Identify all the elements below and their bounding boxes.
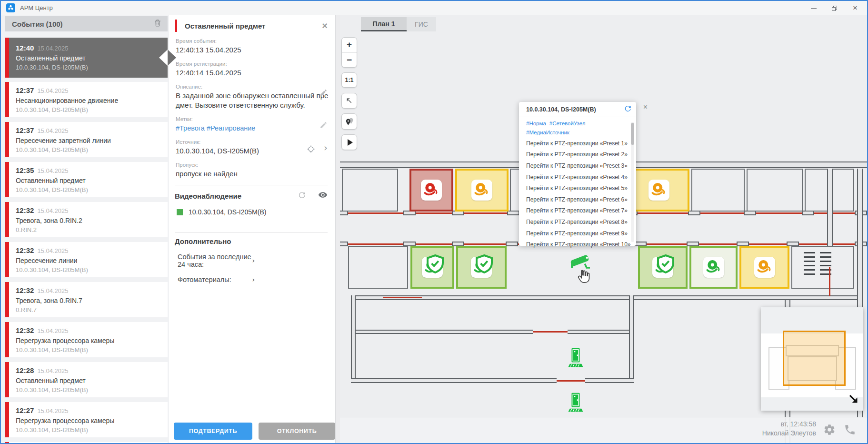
tag-link[interactable]: #СетевойУзел	[549, 121, 586, 126]
event-card[interactable]: 12:3215.04.2025 Пересечение линии 10.0.3…	[5, 242, 168, 277]
zoom-control-group: + −	[341, 37, 357, 68]
ptz-preset-item[interactable]: Перейти к PTZ-препозиции «Preset 2»	[519, 149, 636, 161]
pencil-icon[interactable]	[319, 89, 328, 99]
event-card[interactable]: 12:3715.04.2025 Несанкционированное движ…	[5, 82, 168, 117]
event-time: 12:27	[16, 406, 34, 414]
refresh-icon[interactable]	[298, 191, 306, 201]
map-area[interactable]: План 1 ГИС + − 1:1	[340, 15, 868, 444]
pan-select-button[interactable]	[341, 93, 357, 109]
ptz-preset-item[interactable]: Перейти к PTZ-препозиции «Preset 3»	[519, 160, 636, 172]
alarm-bell-shield-icon[interactable]	[471, 257, 492, 278]
ptz-preset-item[interactable]: Перейти к PTZ-препозиции «Preset 1»	[519, 138, 636, 149]
event-card[interactable]: 12:2715.04.2025 Перегрузка процессора ка…	[5, 402, 168, 437]
event-time: 12:32	[16, 286, 34, 294]
video-camera-item[interactable]: 10.0.30.104, DS-I205M(B)	[177, 208, 328, 216]
ptz-preset-item[interactable]: Перейти к PTZ-препозиции «Preset 10»	[519, 239, 636, 250]
alarm-bell-orange-icon[interactable]	[649, 180, 669, 201]
plan-room[interactable]	[747, 169, 803, 212]
extra-section-title: Дополнительно	[175, 237, 328, 245]
gear-icon[interactable]	[823, 424, 836, 438]
restore-button[interactable]	[826, 1, 842, 15]
ptz-preset-item[interactable]: Перейти к PTZ-препозиции «Preset 4»	[519, 172, 636, 183]
plan-alarm-line	[533, 331, 568, 333]
field-tags: Метки: #Тревога #Реагирование	[176, 116, 328, 133]
zoom-out-button[interactable]: −	[342, 52, 357, 67]
event-card[interactable]: 12:3715.04.2025 Пересечение запретной ли…	[5, 122, 168, 157]
plan-room-armed[interactable]	[410, 246, 454, 289]
tab-gis[interactable]: ГИС	[407, 17, 436, 31]
alarm-stripe	[5, 322, 9, 357]
event-card[interactable]: 12:2815.04.2025 Оставленный предмет 10.0…	[5, 362, 168, 397]
plan-room-armed[interactable]	[456, 246, 507, 289]
actual-size-button[interactable]: 1:1	[341, 72, 357, 88]
plan-room[interactable]	[348, 246, 408, 289]
shield-icon	[656, 254, 675, 273]
alarm-bell-orange-icon[interactable]	[471, 180, 492, 201]
pencil-icon[interactable]	[319, 121, 328, 131]
ptz-preset-item[interactable]: Перейти к PTZ-препозиции «Preset 7»	[519, 205, 636, 217]
alarm-bell-red-icon[interactable]	[421, 180, 442, 201]
alarm-bell-shield-icon[interactable]	[422, 257, 443, 278]
play-button[interactable]	[341, 134, 357, 150]
alarm-stripe	[5, 82, 9, 117]
close-icon[interactable]: ×	[643, 103, 648, 111]
tag-link[interactable]: #Норма	[526, 121, 546, 126]
tag-links[interactable]: #Тревога #Реагирование	[176, 123, 307, 133]
eye-icon[interactable]	[318, 190, 328, 202]
ptz-preset-item[interactable]: Перейти к PTZ-препозиции «Preset 5»	[519, 182, 636, 194]
event-card-partial[interactable]	[5, 442, 168, 444]
plan-room-alarm[interactable]	[409, 169, 453, 212]
event-card[interactable]: 12:3215.04.2025 Тревога, зона 0.RIN.2 0.…	[5, 202, 168, 237]
phone-icon[interactable]	[844, 424, 856, 438]
history-icon[interactable]	[624, 105, 631, 114]
trash-icon[interactable]	[153, 19, 162, 29]
field-description: Описание: В заданной зоне обнаружен оста…	[176, 84, 328, 110]
ptz-preset-item[interactable]: Перейти к PTZ-препозиции «Preset 9»	[519, 228, 636, 239]
event-card[interactable]: 12:3215.04.2025 Перегрузка процессора ка…	[5, 322, 168, 357]
ptz-preset-item[interactable]: Перейти к PTZ-препозиции «Preset 6»	[519, 194, 636, 205]
extra-photos-row[interactable]: Фотоматериалы: ›	[178, 276, 328, 283]
alarm-stripe	[5, 122, 9, 157]
event-date: 15.04.2025	[37, 327, 68, 334]
reject-button[interactable]: ОТКЛОНИТЬ	[259, 423, 335, 440]
close-icon[interactable]: ×	[322, 21, 328, 30]
event-card[interactable]: 12:3515.04.2025 Оставленный предмет 10.0…	[5, 162, 168, 197]
door-icon[interactable]	[568, 392, 583, 415]
event-date: 15.04.2025	[37, 287, 68, 294]
plan-room-warning[interactable]	[739, 246, 789, 289]
plan-room-warning[interactable]	[455, 169, 509, 212]
chevron-right-icon: ›	[252, 276, 327, 283]
alarm-stripe	[5, 242, 9, 277]
field-label: Пропуск:	[176, 162, 307, 168]
plan-room-ok[interactable]	[689, 246, 738, 289]
crosshair-icon[interactable]	[307, 145, 315, 155]
alarm-bell-green-icon[interactable]	[703, 257, 724, 278]
minimap-viewport[interactable]	[783, 331, 846, 386]
event-card[interactable]: 12:3215.04.2025 Тревога, зона 0.RIN.7 0.…	[5, 282, 168, 317]
event-date: 15.04.2025	[37, 207, 68, 214]
ptz-preset-item[interactable]: Перейти к PTZ-препозиции «Preset 8»	[519, 216, 636, 228]
minimap[interactable]	[761, 307, 863, 411]
confirm-button[interactable]: ПОДТВЕРДИТЬ	[174, 423, 252, 440]
tab-plan-1[interactable]: План 1	[361, 17, 407, 31]
tag-link[interactable]: #МедиаИсточник	[526, 130, 569, 135]
plan-room-armed[interactable]	[638, 246, 688, 289]
chevron-right-icon[interactable]: ›	[324, 144, 328, 151]
zoom-in-button[interactable]: +	[342, 38, 357, 52]
popup-scrollbar-thumb[interactable]	[631, 123, 634, 145]
door-icon[interactable]	[568, 347, 583, 371]
extra-events-24h-row[interactable]: События за последние 24 часа: ›	[178, 253, 328, 268]
event-card[interactable]: 12:4015.04.2025 Оставленный предмет 10.0…	[5, 38, 168, 78]
plan-room-warning[interactable]	[629, 169, 689, 212]
alarm-bell-shield-icon[interactable]	[652, 257, 673, 278]
panel-scrollbar[interactable]	[335, 15, 340, 444]
event-time: 12:40	[16, 44, 34, 52]
event-date: 15.04.2025	[37, 367, 68, 374]
close-window-button[interactable]: ×	[847, 1, 863, 15]
alarm-bell-orange-icon[interactable]	[754, 257, 775, 278]
markers-button[interactable]	[341, 113, 357, 130]
minimize-button[interactable]	[806, 1, 822, 15]
expand-arrow-icon[interactable]	[848, 394, 859, 407]
plan-room[interactable]	[691, 169, 745, 212]
plan-room[interactable]	[342, 169, 398, 212]
